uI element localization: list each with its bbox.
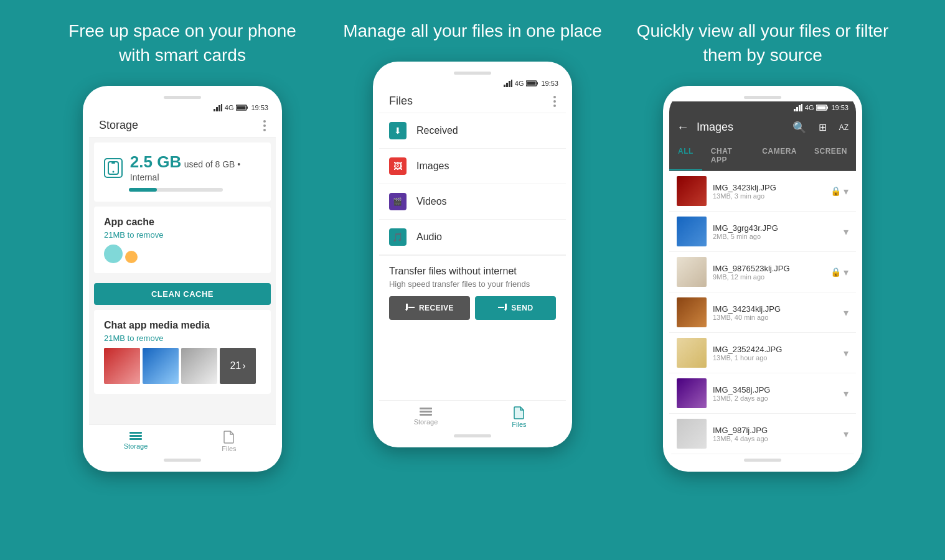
image-actions-5: ▾ bbox=[844, 388, 849, 399]
svg-rect-23 bbox=[505, 304, 507, 309]
tab-camera[interactable]: CAMERA bbox=[753, 141, 806, 170]
videos-label: Videos bbox=[416, 196, 447, 207]
cache-card: App cache 21MB to remove bbox=[94, 207, 271, 273]
battery-icon-3 bbox=[816, 104, 829, 111]
files-more-options[interactable] bbox=[553, 96, 556, 107]
storage-nav-icon bbox=[129, 430, 143, 441]
nav-storage-1[interactable]: Storage bbox=[89, 430, 182, 452]
status-bar-2: 4G 19:53 bbox=[379, 77, 566, 90]
received-label: Received bbox=[416, 125, 458, 136]
battery-icon-1 bbox=[236, 104, 248, 111]
image-item-4[interactable]: IMG_2352424.JPG 13MB, 1 hour ago ▾ bbox=[669, 333, 856, 373]
sort-icon[interactable]: AZ bbox=[839, 123, 849, 132]
image-meta-1: 2MB, 5 min ago bbox=[713, 233, 837, 240]
phone-1-inner: 4G 19:53 Storage bbox=[89, 92, 276, 465]
chevron-icon-4[interactable]: ▾ bbox=[844, 347, 849, 359]
file-item-images[interactable]: 🖼 Images bbox=[379, 149, 566, 184]
image-item-3[interactable]: IMG_34234klj.JPG 13MB, 40 min ago ▾ bbox=[669, 292, 856, 333]
storage-size-card: 2.5 GB used of 8 GB • Internal bbox=[94, 142, 271, 202]
image-meta-0: 13MB, 3 min ago bbox=[713, 192, 824, 200]
svg-rect-1 bbox=[216, 107, 218, 111]
images-app-bar: ← Images 🔍 ⊞ AZ bbox=[669, 114, 856, 141]
chevron-icon-2[interactable]: ▾ bbox=[844, 266, 849, 278]
file-item-audio[interactable]: 🎵 Audio bbox=[379, 220, 566, 255]
image-name-3: IMG_34234klj.JPG bbox=[713, 304, 837, 314]
svg-rect-27 bbox=[420, 411, 432, 413]
nav-storage-2[interactable]: Storage bbox=[379, 406, 472, 428]
search-icon[interactable]: 🔍 bbox=[792, 121, 806, 134]
more-options-button[interactable] bbox=[263, 120, 266, 131]
image-item-6[interactable]: IMG_987lj.JPG 13MB, 4 days ago ▾ bbox=[669, 414, 856, 454]
image-meta-4: 13MB, 1 hour ago bbox=[713, 354, 837, 362]
phone-handle-bottom-3 bbox=[744, 459, 781, 462]
file-item-videos[interactable]: 🎬 Videos bbox=[379, 184, 566, 220]
images-title: Images bbox=[697, 121, 785, 134]
media-title: Chat app media media bbox=[104, 320, 261, 331]
svg-marker-21 bbox=[405, 309, 408, 311]
svg-rect-3 bbox=[221, 104, 222, 111]
chevron-icon-0[interactable]: ▾ bbox=[844, 185, 849, 197]
file-item-received[interactable]: ⬇ Received bbox=[379, 113, 566, 149]
phone-3-inner: 4G 19:53 ← Images 🔍 ⊞ AZ ALL CHAT APP CA… bbox=[669, 92, 856, 465]
column-3-title: Quickly view all your files or filter th… bbox=[632, 19, 893, 67]
chevron-icon-6[interactable]: ▾ bbox=[844, 428, 849, 440]
image-item-2[interactable]: IMG_9876523klj.JPG 9MB, 12 min ago 🔒 ▾ bbox=[669, 252, 856, 292]
image-item-0[interactable]: IMG_3423klj.JPG 13MB, 3 min ago 🔒 ▾ bbox=[669, 171, 856, 212]
send-button[interactable]: SEND bbox=[475, 296, 556, 320]
chevron-icon-1[interactable]: ▾ bbox=[844, 226, 849, 238]
cache-illustration bbox=[104, 245, 163, 263]
audio-label: Audio bbox=[416, 231, 442, 243]
tab-chat-app[interactable]: CHAT APP bbox=[702, 141, 753, 170]
image-item-1[interactable]: IMG_3grg43r.JPG 2MB, 5 min ago ▾ bbox=[669, 212, 856, 252]
back-button[interactable]: ← bbox=[677, 120, 689, 134]
svg-rect-12 bbox=[129, 438, 142, 440]
image-item-7[interactable]: IMG_5678454..JPG 13MB, 5 days ago ▾ bbox=[669, 454, 856, 455]
image-thumb-4 bbox=[677, 338, 707, 368]
cache-title: App cache bbox=[104, 217, 163, 228]
tab-screen[interactable]: SCREEN bbox=[806, 141, 856, 170]
clean-cache-button[interactable]: CLEAN CACHE bbox=[94, 283, 271, 305]
chevron-right-icon: › bbox=[242, 360, 245, 371]
phone-handle-top-3 bbox=[744, 96, 781, 99]
image-name-6: IMG_987lj.JPG bbox=[713, 426, 837, 435]
phone-handle-bottom-1 bbox=[164, 459, 201, 462]
bottom-nav-2: Storage Files bbox=[379, 400, 566, 431]
image-list: IMG_3423klj.JPG 13MB, 3 min ago 🔒 ▾ IMG_… bbox=[669, 171, 856, 455]
column-2-title: Manage all your files in one place bbox=[343, 19, 602, 43]
image-name-4: IMG_2352424.JPG bbox=[713, 345, 837, 354]
storage-size-row: 2.5 GB used of 8 GB • Internal bbox=[104, 152, 261, 183]
transfer-subtitle: High speed transfer files to your friend… bbox=[389, 279, 556, 289]
time-label-1: 19:53 bbox=[251, 104, 268, 111]
column-storage: Free up space on your phone with smart c… bbox=[52, 19, 313, 472]
image-actions-2: 🔒 ▾ bbox=[830, 266, 849, 278]
tab-all[interactable]: ALL bbox=[669, 141, 702, 170]
column-images: Quickly view all your files or filter th… bbox=[632, 19, 893, 472]
status-bar-3: 4G 19:53 bbox=[669, 101, 856, 114]
phone-handle-top-2 bbox=[454, 72, 491, 75]
images-label: Images bbox=[416, 161, 449, 172]
thumbnail-count[interactable]: 21 › bbox=[220, 348, 256, 384]
receive-button[interactable]: RECEIVE bbox=[389, 296, 470, 320]
phone-handle-bottom-2 bbox=[454, 434, 491, 437]
main-layout: Free up space on your phone with smart c… bbox=[0, 0, 945, 472]
lock-icon-0: 🔒 bbox=[830, 186, 841, 196]
phone-3: 4G 19:53 ← Images 🔍 ⊞ AZ ALL CHAT APP CA… bbox=[663, 86, 862, 472]
nav-files-1[interactable]: Files bbox=[182, 430, 276, 452]
phone-icon bbox=[108, 161, 119, 175]
image-name-0: IMG_3423klj.JPG bbox=[713, 183, 824, 192]
chevron-icon-5[interactable]: ▾ bbox=[844, 388, 849, 399]
svg-rect-8 bbox=[111, 162, 115, 164]
image-meta-6: 13MB, 4 days ago bbox=[713, 435, 837, 442]
network-label-2: 4G bbox=[515, 80, 524, 87]
svg-rect-18 bbox=[537, 82, 538, 85]
svg-rect-13 bbox=[504, 85, 505, 87]
svg-rect-32 bbox=[801, 104, 802, 111]
grid-icon[interactable]: ⊞ bbox=[819, 121, 827, 133]
image-item-5[interactable]: IMG_3458j.JPG 13MB, 2 days ago ▾ bbox=[669, 373, 856, 414]
image-actions-4: ▾ bbox=[844, 347, 849, 359]
svg-rect-30 bbox=[796, 107, 798, 111]
receive-arrow-icon bbox=[405, 304, 415, 312]
nav-files-2[interactable]: Files bbox=[472, 406, 566, 428]
lock-icon-2: 🔒 bbox=[830, 267, 841, 277]
chevron-icon-3[interactable]: ▾ bbox=[844, 307, 849, 319]
